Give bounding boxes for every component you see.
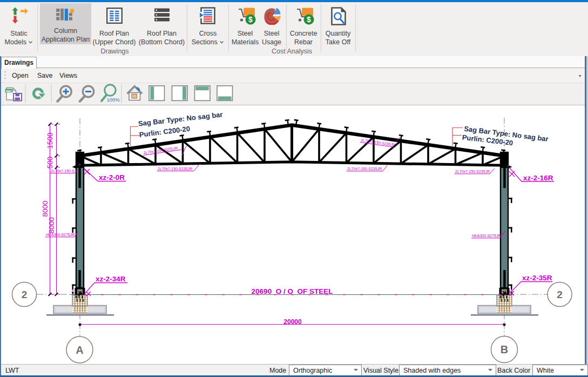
svg-text:500: 500: [46, 157, 54, 169]
svg-text:20000: 20000: [283, 318, 302, 326]
svg-text:20690 O / O OF STEEL: 20690 O / O OF STEEL: [252, 287, 333, 295]
svg-text:2: 2: [22, 289, 28, 300]
svg-text:100%: 100%: [107, 97, 120, 103]
svg-text:8000: 8000: [41, 200, 49, 217]
svg-text:2L70x7-150-S235JR: 2L70x7-150-S235JR: [158, 167, 192, 171]
svg-text:xz-2-0R: xz-2-0R: [99, 173, 125, 181]
svg-text:1500: 1500: [46, 132, 54, 149]
svg-text:IMG: IMG: [6, 90, 12, 93]
svg-text:xz-2-16R: xz-2-16R: [523, 174, 553, 182]
svg-text:2: 2: [557, 289, 563, 300]
svg-text:HEA300-S275JR: HEA300-S275JR: [472, 234, 501, 238]
svg-text:B: B: [501, 344, 508, 355]
svg-text:8000: 8000: [48, 217, 56, 233]
svg-text:2L70x7-150-S235JR: 2L70x7-150-S235JR: [455, 170, 490, 173]
svg-text:HEA300-S275JR: HEA300-S275JR: [46, 233, 75, 237]
svg-text:xz-2-34R: xz-2-34R: [96, 275, 126, 283]
svg-text:2L70x7-150-S: 2L70x7-150-S: [51, 169, 75, 173]
svg-text:$: $: [248, 15, 253, 24]
svg-text:A: A: [76, 344, 83, 356]
svg-text:xz-2-35R: xz-2-35R: [522, 274, 552, 282]
svg-text:2L70x7-150-S235JR: 2L70x7-150-S235JR: [347, 167, 382, 171]
svg-text:$: $: [307, 15, 311, 24]
